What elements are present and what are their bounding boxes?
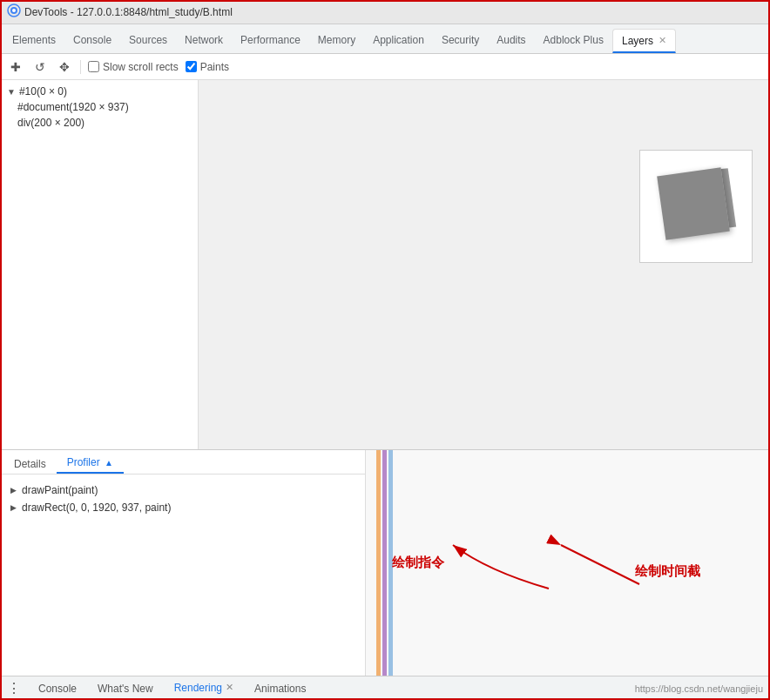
details-panel: Details Profiler ▲ ▶ drawPaint(paint) ▶ …: [0, 450, 366, 676]
refresh-button[interactable]: ↺: [31, 58, 49, 76]
tab-layers-close[interactable]: ✕: [659, 35, 666, 46]
arrow-draw-timeline: [544, 532, 648, 593]
move-button[interactable]: ✥: [56, 58, 73, 76]
svg-point-2: [12, 9, 16, 12]
add-layer-button[interactable]: ✚: [7, 58, 24, 76]
bars-container: [376, 450, 394, 676]
tab-audits[interactable]: Audits: [488, 29, 534, 53]
tab-sources[interactable]: Sources: [120, 29, 176, 53]
layer-item-root[interactable]: ▼ #10(0 × 0): [0, 84, 198, 99]
titlebar: DevTools - 127.0.0.1:8848/html_study/B.h…: [0, 0, 770, 24]
tab-console[interactable]: Console: [64, 29, 120, 53]
toolbar: ✚ ↺ ✥ Slow scroll rects Paints: [0, 54, 770, 80]
details-tab-details[interactable]: Details: [3, 454, 57, 474]
slow-scroll-label[interactable]: Slow scroll rects: [88, 61, 179, 73]
paint-triangle-1: ▶: [10, 486, 17, 495]
tab-memory[interactable]: Memory: [309, 29, 364, 53]
statusbar: ⋮ Console What's New Rendering ✕ Animati…: [0, 676, 770, 700]
main-area: ▼ #10(0 × 0) #document(1920 × 937) div(2…: [0, 80, 770, 676]
tabbar: Elements Console Sources Network Perform…: [0, 24, 770, 54]
sort-icon: ▲: [105, 458, 113, 468]
paints-label[interactable]: Paints: [186, 61, 229, 73]
statusbar-item-console[interactable]: Console: [35, 676, 80, 700]
paints-checkbox[interactable]: [186, 61, 197, 72]
paint-item-drawrect[interactable]: ▶ drawRect(0, 0, 1920, 937, paint): [7, 499, 358, 516]
bar-purple: [382, 450, 387, 676]
layer-preview-inner: [657, 167, 730, 240]
layer-item-div[interactable]: div(200 × 200): [0, 115, 198, 131]
titlebar-title: DevTools - 127.0.0.1:8848/html_study/B.h…: [24, 6, 233, 18]
tab-application[interactable]: Application: [364, 29, 433, 53]
titlebar-favicon: [7, 3, 21, 20]
arrow-draw-commands: [436, 528, 557, 597]
tab-adblock-plus[interactable]: Adblock Plus: [535, 29, 612, 53]
bar-orange: [376, 450, 381, 676]
layer-item-document[interactable]: #document(1920 × 937): [0, 99, 198, 115]
statusbar-item-rendering[interactable]: Rendering ✕: [171, 676, 237, 700]
tab-security[interactable]: Security: [433, 29, 488, 53]
statusbar-menu-dots[interactable]: ⋮: [7, 680, 21, 697]
right-panel: 绘制指令 绘制时间截: [366, 450, 770, 676]
statusbar-rendering-close[interactable]: ✕: [226, 682, 233, 693]
canvas-area: [199, 80, 770, 449]
tab-network[interactable]: Network: [176, 29, 232, 53]
details-tab-profiler[interactable]: Profiler ▲: [57, 453, 124, 474]
bottom-split: Details Profiler ▲ ▶ drawPaint(paint) ▶ …: [0, 449, 770, 676]
top-split: ▼ #10(0 × 0) #document(1920 × 937) div(2…: [0, 80, 770, 449]
toolbar-divider: [80, 60, 81, 74]
statusbar-item-animations[interactable]: Animations: [251, 676, 309, 700]
tab-performance[interactable]: Performance: [232, 29, 309, 53]
statusbar-url: https://blog.csdn.net/wangjieju: [635, 683, 763, 694]
layer-preview-box: [639, 150, 753, 263]
statusbar-item-whats-new[interactable]: What's New: [94, 676, 157, 700]
slow-scroll-checkbox[interactable]: [88, 61, 99, 72]
paint-item-drawpaint[interactable]: ▶ drawPaint(paint): [7, 481, 358, 499]
paint-triangle-2: ▶: [10, 503, 17, 512]
tab-layers[interactable]: Layers ✕: [612, 29, 676, 53]
details-content: ▶ drawPaint(paint) ▶ drawRect(0, 0, 1920…: [0, 475, 365, 676]
tree-toggle-root[interactable]: ▼: [7, 87, 16, 97]
tab-elements[interactable]: Elements: [3, 29, 64, 53]
details-tabs: Details Profiler ▲: [0, 450, 365, 475]
layer-tree: ▼ #10(0 × 0) #document(1920 × 937) div(2…: [0, 80, 199, 449]
